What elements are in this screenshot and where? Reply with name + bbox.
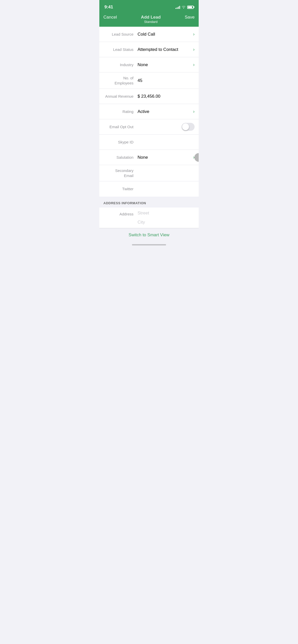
- city-placeholder[interactable]: City: [138, 220, 195, 225]
- toggle-thumb: [182, 123, 189, 130]
- nav-title-text: Add Lead: [141, 15, 160, 20]
- status-time: 9:41: [104, 5, 113, 10]
- signal-icon: [175, 5, 180, 9]
- email-opt-out-row[interactable]: Email Opt Out: [99, 119, 199, 135]
- form-section: Lead Source Cold Call › Lead Status Atte…: [99, 27, 199, 197]
- employees-label: No. ofEmployees: [99, 76, 138, 85]
- lead-source-value[interactable]: Cold Call ›: [138, 32, 199, 37]
- home-bar: [132, 244, 166, 245]
- secondary-email-row[interactable]: SecondaryEmail: [99, 165, 199, 181]
- lead-source-label: Lead Source: [99, 32, 138, 37]
- lead-source-row[interactable]: Lead Source Cold Call ›: [99, 27, 199, 42]
- address-row[interactable]: Address Street City: [99, 208, 199, 228]
- scroll-indicator: [194, 153, 199, 162]
- address-label: Address: [99, 211, 138, 217]
- rating-text: Active: [138, 109, 149, 114]
- nav-bar: Cancel Add Lead Standard Save: [99, 13, 199, 27]
- wifi-icon: [182, 5, 186, 9]
- rating-chevron: ›: [193, 109, 195, 114]
- nav-subtitle-text: Standard: [141, 20, 160, 24]
- salutation-value[interactable]: None ›: [138, 155, 199, 160]
- switch-to-smart-view-button[interactable]: Switch to Smart View: [129, 232, 169, 237]
- lead-status-text: Attempted to Contact: [138, 47, 178, 52]
- address-section-header: ADDRESS INFORMATION: [99, 197, 199, 208]
- rating-row[interactable]: Rating Active ›: [99, 104, 199, 119]
- lead-source-chevron: ›: [193, 32, 195, 37]
- email-opt-out-toggle[interactable]: [182, 123, 195, 131]
- home-indicator: [99, 242, 199, 247]
- industry-label: Industry: [99, 62, 138, 67]
- salutation-label: Salutation: [99, 155, 138, 160]
- employees-row[interactable]: No. ofEmployees 45: [99, 72, 199, 89]
- rating-value[interactable]: Active ›: [138, 109, 199, 114]
- twitter-label: Twitter: [99, 186, 138, 192]
- cancel-button[interactable]: Cancel: [103, 15, 117, 20]
- save-button[interactable]: Save: [185, 15, 195, 20]
- secondary-email-label: SecondaryEmail: [99, 168, 138, 178]
- employees-text: 45: [138, 78, 142, 83]
- annual-revenue-value[interactable]: $ 23,456.00: [138, 94, 199, 99]
- nav-title: Add Lead Standard: [141, 15, 160, 24]
- salutation-row[interactable]: Salutation None ›: [99, 150, 199, 165]
- industry-chevron: ›: [193, 62, 195, 67]
- address-section: Address Street City: [99, 208, 199, 228]
- address-inputs: Street City: [138, 211, 199, 225]
- switch-view-container: Switch to Smart View: [99, 228, 199, 242]
- lead-status-row[interactable]: Lead Status Attempted to Contact ›: [99, 42, 199, 57]
- lead-status-label: Lead Status: [99, 47, 138, 52]
- industry-text: None: [138, 62, 148, 67]
- annual-revenue-text: $ 23,456.00: [138, 94, 160, 99]
- lead-source-text: Cold Call: [138, 32, 155, 37]
- rating-label: Rating: [99, 109, 138, 114]
- annual-revenue-label: Annual Revenue: [99, 94, 138, 99]
- street-placeholder[interactable]: Street: [138, 211, 195, 216]
- salutation-text: None: [138, 155, 148, 160]
- skype-id-row[interactable]: Skype ID: [99, 135, 199, 150]
- annual-revenue-row[interactable]: Annual Revenue $ 23,456.00: [99, 89, 199, 104]
- email-opt-out-label: Email Opt Out: [99, 124, 138, 129]
- status-icons: [175, 5, 194, 9]
- lead-status-chevron: ›: [193, 47, 195, 52]
- industry-row[interactable]: Industry None ›: [99, 57, 199, 72]
- industry-value[interactable]: None ›: [138, 62, 199, 67]
- battery-icon: [187, 6, 194, 9]
- status-bar: 9:41: [99, 0, 199, 13]
- lead-status-value[interactable]: Attempted to Contact ›: [138, 47, 199, 52]
- skype-id-label: Skype ID: [99, 140, 138, 145]
- twitter-row[interactable]: Twitter: [99, 181, 199, 197]
- employees-value[interactable]: 45: [138, 78, 199, 83]
- email-opt-out-value[interactable]: [138, 123, 199, 131]
